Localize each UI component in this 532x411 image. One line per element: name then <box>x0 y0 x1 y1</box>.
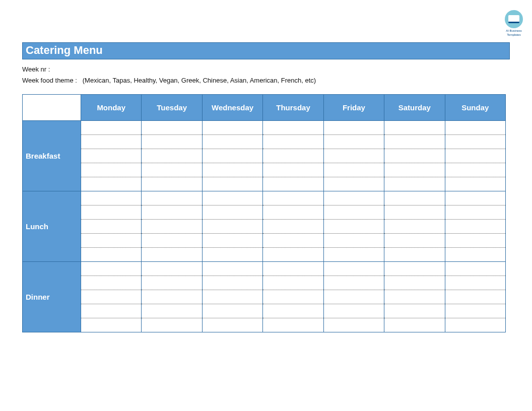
entry-line[interactable] <box>324 262 384 276</box>
entry-line[interactable] <box>324 163 384 177</box>
entry-line[interactable] <box>445 290 505 304</box>
entry-line[interactable] <box>203 135 262 149</box>
entry-line[interactable] <box>81 177 141 191</box>
entry-line[interactable] <box>142 191 202 206</box>
entry-line[interactable] <box>142 248 202 261</box>
cell-breakfast-tuesday[interactable] <box>142 121 202 191</box>
entry-line[interactable] <box>203 262 262 276</box>
entry-line[interactable] <box>384 177 444 191</box>
entry-line[interactable] <box>324 290 384 304</box>
entry-line[interactable] <box>445 276 505 290</box>
cell-breakfast-friday[interactable] <box>323 121 384 191</box>
cell-lunch-wednesday[interactable] <box>202 191 262 262</box>
cell-dinner-saturday[interactable] <box>384 262 445 332</box>
entry-line[interactable] <box>263 234 323 248</box>
entry-line[interactable] <box>203 206 262 220</box>
entry-line[interactable] <box>142 163 202 177</box>
entry-line[interactable] <box>203 304 262 318</box>
entry-line[interactable] <box>142 318 202 332</box>
cell-breakfast-sunday[interactable] <box>445 121 505 191</box>
entry-line[interactable] <box>384 234 444 248</box>
entry-line[interactable] <box>203 220 262 234</box>
entry-line[interactable] <box>263 135 323 149</box>
cell-lunch-saturday[interactable] <box>384 191 445 262</box>
entry-line[interactable] <box>445 149 505 163</box>
entry-line[interactable] <box>263 121 323 135</box>
entry-line[interactable] <box>142 135 202 149</box>
entry-line[interactable] <box>324 149 384 163</box>
cell-lunch-friday[interactable] <box>323 191 384 262</box>
entry-line[interactable] <box>445 262 505 276</box>
entry-line[interactable] <box>384 163 444 177</box>
entry-line[interactable] <box>142 304 202 318</box>
entry-line[interactable] <box>445 177 505 191</box>
entry-line[interactable] <box>384 135 444 149</box>
entry-line[interactable] <box>81 191 141 206</box>
cell-dinner-friday[interactable] <box>323 262 384 332</box>
entry-line[interactable] <box>81 220 141 234</box>
entry-line[interactable] <box>142 262 202 276</box>
entry-line[interactable] <box>203 177 262 191</box>
entry-line[interactable] <box>203 121 262 135</box>
entry-line[interactable] <box>81 206 141 220</box>
entry-line[interactable] <box>445 318 505 332</box>
entry-line[interactable] <box>324 234 384 248</box>
entry-line[interactable] <box>324 248 384 261</box>
cell-lunch-monday[interactable] <box>81 191 142 262</box>
cell-breakfast-monday[interactable] <box>81 121 142 191</box>
entry-line[interactable] <box>445 304 505 318</box>
entry-line[interactable] <box>384 248 444 261</box>
entry-line[interactable] <box>203 248 262 261</box>
entry-line[interactable] <box>142 220 202 234</box>
entry-line[interactable] <box>445 121 505 135</box>
entry-line[interactable] <box>81 318 141 332</box>
entry-line[interactable] <box>142 206 202 220</box>
entry-line[interactable] <box>445 220 505 234</box>
entry-line[interactable] <box>81 248 141 261</box>
entry-line[interactable] <box>384 262 444 276</box>
entry-line[interactable] <box>384 290 444 304</box>
entry-line[interactable] <box>384 206 444 220</box>
entry-line[interactable] <box>324 206 384 220</box>
cell-lunch-sunday[interactable] <box>445 191 505 262</box>
entry-line[interactable] <box>324 177 384 191</box>
entry-line[interactable] <box>203 191 262 206</box>
entry-line[interactable] <box>263 262 323 276</box>
entry-line[interactable] <box>324 121 384 135</box>
entry-line[interactable] <box>263 304 323 318</box>
entry-line[interactable] <box>384 191 444 206</box>
entry-line[interactable] <box>142 177 202 191</box>
entry-line[interactable] <box>445 163 505 177</box>
cell-lunch-tuesday[interactable] <box>142 191 202 262</box>
entry-line[interactable] <box>384 220 444 234</box>
cell-dinner-tuesday[interactable] <box>142 262 202 332</box>
entry-line[interactable] <box>324 191 384 206</box>
entry-line[interactable] <box>81 121 141 135</box>
entry-line[interactable] <box>324 220 384 234</box>
entry-line[interactable] <box>445 191 505 206</box>
entry-line[interactable] <box>263 163 323 177</box>
entry-line[interactable] <box>445 206 505 220</box>
cell-dinner-sunday[interactable] <box>445 262 505 332</box>
entry-line[interactable] <box>384 276 444 290</box>
cell-dinner-thursday[interactable] <box>263 262 323 332</box>
entry-line[interactable] <box>203 276 262 290</box>
entry-line[interactable] <box>142 121 202 135</box>
entry-line[interactable] <box>81 304 141 318</box>
cell-breakfast-saturday[interactable] <box>384 121 445 191</box>
entry-line[interactable] <box>384 149 444 163</box>
entry-line[interactable] <box>384 318 444 332</box>
entry-line[interactable] <box>203 234 262 248</box>
entry-line[interactable] <box>324 318 384 332</box>
entry-line[interactable] <box>445 135 505 149</box>
entry-line[interactable] <box>324 304 384 318</box>
entry-line[interactable] <box>81 262 141 276</box>
cell-breakfast-thursday[interactable] <box>263 121 323 191</box>
entry-line[interactable] <box>263 276 323 290</box>
entry-line[interactable] <box>445 234 505 248</box>
entry-line[interactable] <box>263 149 323 163</box>
entry-line[interactable] <box>142 149 202 163</box>
entry-line[interactable] <box>263 220 323 234</box>
entry-line[interactable] <box>263 191 323 206</box>
entry-line[interactable] <box>81 163 141 177</box>
